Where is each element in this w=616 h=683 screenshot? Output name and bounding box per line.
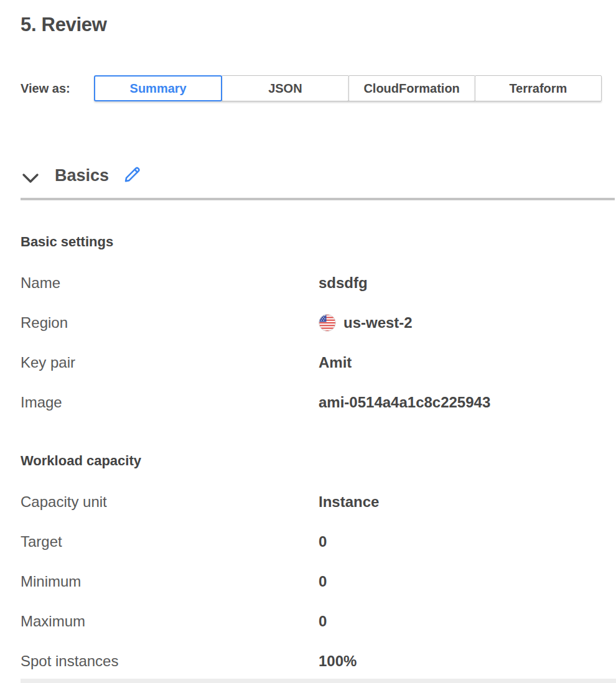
row-value-region: us-west-2 <box>319 312 413 333</box>
group-heading-basic-settings: Basic settings <box>21 234 113 250</box>
tab-summary[interactable]: Summary <box>94 75 222 101</box>
row-value-spot-instances: 100% <box>319 651 357 672</box>
row-label-region: Region <box>21 312 68 333</box>
row-label-spot-instances: Spot instances <box>21 651 118 672</box>
row-value-capacity-unit: Instance <box>319 491 379 513</box>
row-label-capacity-unit: Capacity unit <box>21 491 107 513</box>
us-flag-icon <box>319 314 336 332</box>
view-as-tab-group: Summary JSON CloudFormation Terraform <box>94 75 602 101</box>
row-value-target: 0 <box>319 531 327 552</box>
next-section-divider <box>21 679 616 683</box>
chevron-down-icon[interactable] <box>22 173 39 184</box>
view-as-label: View as: <box>21 81 70 96</box>
row-value-minimum: 0 <box>319 571 327 592</box>
row-label-minimum: Minimum <box>21 571 81 592</box>
row-label-name: Name <box>21 272 60 294</box>
tab-json[interactable]: JSON <box>222 75 348 101</box>
review-page: 5. Review View as: Summary JSON CloudFor… <box>0 0 616 683</box>
row-value-maximum: 0 <box>319 611 327 632</box>
tab-cloudformation[interactable]: CloudFormation <box>348 75 475 101</box>
tab-terraform[interactable]: Terraform <box>475 75 602 101</box>
row-label-image: Image <box>21 392 62 413</box>
edit-pencil-icon[interactable] <box>122 164 142 185</box>
row-value-name: sdsdfg <box>319 272 368 294</box>
row-value-region-text: us-west-2 <box>343 312 413 333</box>
page-title: 5. Review <box>21 14 107 36</box>
row-value-image: ami-0514a4a1c8c225943 <box>319 392 490 413</box>
basics-section-title: Basics <box>55 166 109 185</box>
row-label-target: Target <box>21 531 62 552</box>
row-value-key-pair: Amit <box>319 352 352 373</box>
group-heading-workload-capacity: Workload capacity <box>21 453 141 469</box>
section-divider <box>21 198 615 200</box>
row-label-maximum: Maximum <box>21 611 85 632</box>
row-label-key-pair: Key pair <box>21 352 75 373</box>
